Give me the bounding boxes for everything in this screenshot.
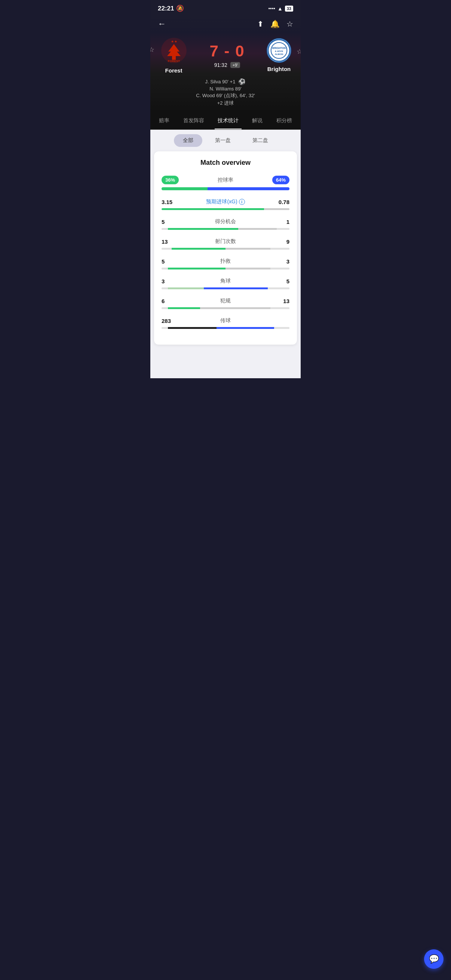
away-team: BRIGHTON & HOVE ALBION Brighton ☆ <box>267 38 291 72</box>
saves-away: 3 <box>274 258 290 265</box>
shots-away: 9 <box>274 239 290 245</box>
tab-standings[interactable]: 积分榜 <box>273 112 295 129</box>
score-display: 7 - 0 <box>209 42 245 60</box>
teams-row: ☆ ★ ★ FOREST Forest 7 - <box>158 36 293 74</box>
scorer-2: N. Williams 89' <box>209 86 242 92</box>
xg-home: 3.15 <box>161 199 177 205</box>
mute-icon: 🔕 <box>176 5 184 12</box>
stat-saves: 5 扑救 3 <box>161 258 290 269</box>
stats-card-title: Match overview <box>161 159 290 167</box>
possession-label: 控球率 <box>218 177 233 183</box>
svg-text:FOREST: FOREST <box>167 59 180 63</box>
away-team-logo: BRIGHTON & HOVE ALBION <box>267 38 291 63</box>
corners-header: 3 角球 5 <box>161 278 290 285</box>
share-button[interactable]: ⬆ <box>257 19 264 29</box>
possession-home-value: 36% <box>161 176 179 184</box>
xg-bar-home <box>161 208 264 210</box>
tab-commentary[interactable]: 解说 <box>249 112 266 129</box>
passes-bar <box>161 327 290 329</box>
passes-header: 283 传球 <box>161 317 290 324</box>
xg-bar <box>161 208 290 210</box>
shots-home: 13 <box>161 239 177 245</box>
corners-label: 角球 <box>177 278 274 285</box>
scorers-section: J. Silva 90' +1 ⚽ N. Williams 89' C. Woo… <box>150 74 301 112</box>
xg-label: 预期进球(xG) i <box>177 199 274 205</box>
possession-header: 36% 控球率 64% <box>161 176 290 184</box>
fouls-bar <box>161 307 290 309</box>
favorite-button[interactable]: ☆ <box>287 19 293 29</box>
scorer-row-3: C. Wood 69' (点球), 64', 32' <box>196 92 255 99</box>
passes-home: 283 <box>161 318 177 324</box>
possession-away-value: 64% <box>272 176 290 184</box>
scorer-row-4: +2 进球 <box>217 100 234 107</box>
signal-icon: ▪▪▪▪ <box>268 6 275 11</box>
scorer-4: +2 进球 <box>217 100 234 107</box>
xg-away: 0.78 <box>274 199 290 205</box>
chances-home: 5 <box>161 219 177 225</box>
tab-odds[interactable]: 赔率 <box>156 112 172 129</box>
status-time: 22:21 🔕 <box>158 5 184 12</box>
stat-possession: 36% 控球率 64% <box>161 176 290 190</box>
fouls-header: 6 犯规 13 <box>161 298 290 304</box>
corners-home: 3 <box>161 278 177 285</box>
fouls-home: 6 <box>161 298 177 304</box>
svg-text:★: ★ <box>171 40 174 43</box>
home-team-favorite[interactable]: ☆ <box>150 46 155 54</box>
back-button[interactable]: ← <box>158 19 166 29</box>
shots-header: 13 射门次数 9 <box>161 238 290 245</box>
scorer-1: J. Silva 90' +1 <box>205 79 236 84</box>
period-first-button[interactable]: 第一盘 <box>206 134 240 147</box>
home-team-logo: ★ ★ FOREST <box>160 36 188 64</box>
forest-logo-svg: ★ ★ FOREST <box>161 37 187 64</box>
fouls-away: 13 <box>274 298 290 304</box>
away-team-favorite[interactable]: ☆ <box>296 48 301 56</box>
passes-label: 传球 <box>177 317 274 324</box>
stat-fouls: 6 犯规 13 <box>161 298 290 309</box>
saves-bar <box>161 267 290 269</box>
saves-header: 5 扑救 3 <box>161 258 290 265</box>
header-actions: ⬆ 🔔 ☆ <box>257 19 293 29</box>
possession-bar <box>161 187 290 190</box>
corners-bar <box>161 288 290 289</box>
xg-bar-away <box>264 208 290 210</box>
battery-icon: 33 <box>285 6 293 11</box>
chances-label: 得分机会 <box>177 218 274 225</box>
saves-label: 扑救 <box>177 258 274 265</box>
shots-bar <box>161 248 290 250</box>
time-display: 22:21 <box>158 5 174 12</box>
score-section: 7 - 0 91:32 +9' <box>209 42 245 68</box>
period-all-button[interactable]: 全部 <box>174 134 202 147</box>
scorer-3: C. Wood 69' (点球), 64', 32' <box>196 92 255 99</box>
tab-lineup[interactable]: 首发阵容 <box>180 112 207 129</box>
wifi-icon: ▲ <box>277 6 283 11</box>
ball-icon: ⚽ <box>238 78 246 85</box>
status-bar: 22:21 🔕 ▪▪▪▪ ▲ 33 <box>150 0 301 15</box>
away-team-name: Brighton <box>268 66 290 72</box>
svg-text:★: ★ <box>174 40 177 43</box>
fouls-label: 犯规 <box>177 298 274 304</box>
stats-card: Match overview 36% 控球率 64% 3.15 预期进球(xG)… <box>154 151 297 345</box>
notification-button[interactable]: 🔔 <box>270 19 280 29</box>
stat-passes: 283 传球 <box>161 317 290 329</box>
scorer-row-1: J. Silva 90' +1 ⚽ <box>205 78 246 85</box>
chances-away: 1 <box>274 219 290 225</box>
stat-chances: 5 得分机会 1 <box>161 218 290 230</box>
match-time: 91:32 +9' <box>214 62 241 68</box>
chances-header: 5 得分机会 1 <box>161 218 290 225</box>
shots-label: 射门次数 <box>177 238 274 245</box>
time-text: 91:32 <box>214 62 227 68</box>
brighton-logo-svg: BRIGHTON & HOVE ALBION <box>268 38 290 62</box>
stat-corners: 3 角球 5 <box>161 278 290 289</box>
tab-stats[interactable]: 技术统计 <box>215 112 242 129</box>
period-tabs: 全部 第一盘 第二盘 <box>150 130 301 151</box>
possession-bar-away <box>207 187 290 190</box>
period-second-button[interactable]: 第二盘 <box>244 134 277 147</box>
corners-away: 5 <box>274 278 290 285</box>
home-team: ☆ ★ ★ FOREST Forest <box>160 36 188 74</box>
xg-header: 3.15 预期进球(xG) i 0.78 <box>161 199 290 205</box>
status-icons: ▪▪▪▪ ▲ 33 <box>268 6 293 11</box>
extra-time: +9' <box>230 62 241 68</box>
stats-content: 全部 第一盘 第二盘 Match overview 36% 控球率 64% 3.… <box>150 130 301 378</box>
saves-home: 5 <box>161 258 177 265</box>
info-icon[interactable]: i <box>239 199 245 205</box>
